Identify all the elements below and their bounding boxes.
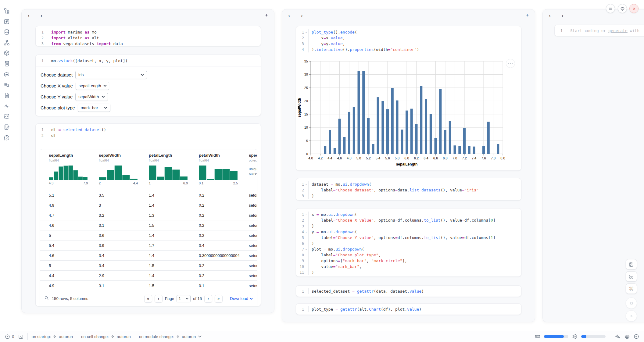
- table-column-header[interactable]: petalWidthfloat640.12.5: [194, 153, 244, 187]
- chevron-down-icon: [198, 336, 202, 338]
- code-editor-widgets[interactable]: 1⌄x = mo.ui.dropdown(2 label="Choose X v…: [296, 208, 521, 277]
- sidebar-panel-database-icon[interactable]: [3, 28, 10, 36]
- code-editor-plottype[interactable]: 1plot_type = getattr(alt.Chart(df), plot…: [296, 304, 521, 315]
- chart-actions-button[interactable]: [506, 59, 515, 68]
- code-line: 3): [296, 223, 521, 229]
- table-cell: 4.6: [44, 253, 94, 258]
- code-editor-vstack[interactable]: 1mo.vstack([dataset, x, y, plot]): [36, 55, 261, 66]
- sidebar-panel-documentation-icon[interactable]: [3, 92, 10, 99]
- column-prev-button[interactable]: ‹: [285, 11, 293, 19]
- sidebar-panel-functions-icon[interactable]: [3, 18, 10, 25]
- errors-indicator[interactable]: 0: [5, 334, 14, 339]
- code-line: 10 value="mark_bar",: [296, 264, 521, 269]
- keyboard-shortcuts-button[interactable]: ⌘: [626, 283, 637, 294]
- settings-button[interactable]: [618, 4, 627, 13]
- code-editor-dataset[interactable]: 1⌄dataset = mo.ui.dropdown(2 label="Choo…: [296, 178, 521, 201]
- dataset-select[interactable]: iris: [75, 71, 147, 79]
- sidebar-panel-help-icon[interactable]: [3, 134, 10, 141]
- svg-text:5.0: 5.0: [356, 156, 361, 160]
- svg-text:30: 30: [304, 73, 308, 76]
- cell-plot-type: 1plot_type = getattr(alt.Chart(df), plot…: [296, 303, 521, 315]
- sidebar-panel-logs-icon[interactable]: [3, 60, 10, 67]
- page-select[interactable]: 1: [177, 295, 191, 302]
- sidebar-panel-package-icon[interactable]: [3, 49, 10, 57]
- fold-chevron-icon[interactable]: ⌄: [304, 31, 308, 34]
- table-cell: 0.2: [194, 213, 244, 218]
- column-next-button[interactable]: ›: [298, 11, 306, 19]
- table-column-header[interactable]: sepalWidthfloat6424.4: [94, 153, 144, 187]
- next-page-button[interactable]: ›: [204, 295, 212, 303]
- sidebar-panel-file-tree-icon[interactable]: [3, 7, 10, 15]
- code-line: 3from vega_datasets import data: [36, 41, 261, 46]
- chart-svg[interactable]: 4.04.24.44.64.85.05.25.45.65.86.06.26.46…: [297, 58, 508, 167]
- table-cell: 3.9: [94, 243, 144, 248]
- runmode-startup[interactable]: on startup:autorun: [32, 334, 73, 339]
- code-editor-empty[interactable]: 1 Start coding or generate with: [555, 25, 644, 36]
- sidebar-panel-tracing-icon[interactable]: [3, 81, 10, 89]
- svg-text:4.2: 4.2: [318, 156, 323, 160]
- table-cell: 3: [94, 203, 144, 208]
- code-editor-selected[interactable]: 1selected_dataset = getattr(data, datase…: [296, 286, 521, 297]
- column-prev-button[interactable]: ‹: [25, 11, 33, 19]
- sidebar-panel-chatbot-icon[interactable]: [3, 71, 10, 78]
- sidebar-panel-activity-icon[interactable]: [3, 102, 10, 110]
- plot-type-select[interactable]: mark_bar: [78, 104, 110, 112]
- run-button[interactable]: [626, 310, 637, 322]
- menu-button[interactable]: [606, 4, 615, 13]
- altair-bar-chart[interactable]: 4.04.24.44.64.85.05.25.45.65.86.06.26.46…: [297, 58, 508, 167]
- table-cell: 0.30000000000000004: [194, 253, 244, 258]
- fold-chevron-icon[interactable]: ⌄: [304, 230, 308, 233]
- layout-button[interactable]: [626, 271, 637, 282]
- x-value-select[interactable]: sepalLength: [76, 82, 109, 90]
- connection-status-icon[interactable]: [634, 334, 639, 339]
- sidebar-panel-snippets-icon[interactable]: [3, 113, 10, 120]
- sidebar-panel-scratchpad-icon[interactable]: [3, 123, 10, 131]
- code-editor-dataframe[interactable]: 1df = selected_dataset()2df: [36, 124, 261, 141]
- table-cell: 1.4: [144, 273, 194, 278]
- column-prev-button[interactable]: ‹: [546, 11, 554, 19]
- column-next-button[interactable]: ›: [38, 11, 45, 19]
- code-line: 2 label="Choose X value", options=df.col…: [296, 217, 521, 223]
- control-row-dataset: Choose datasetiris: [36, 71, 261, 79]
- table-cell: setosa: [244, 203, 257, 208]
- column-histogram: [149, 165, 188, 181]
- close-panel-button[interactable]: [629, 4, 639, 13]
- terminal-button[interactable]: [18, 334, 23, 339]
- code-editor-imports[interactable]: 1import marimo as mo2import altair as al…: [36, 26, 261, 46]
- add-cell-button[interactable]: +: [263, 11, 270, 19]
- table-column-header[interactable]: petalLengthfloat6416.9: [144, 153, 194, 187]
- search-icon[interactable]: [44, 296, 49, 301]
- code-line: 5 label="Choose Y value", options=df.col…: [296, 235, 521, 240]
- runmode-module-change[interactable]: on module change:autorun: [139, 334, 202, 339]
- code-editor-plot[interactable]: 1⌄plot_type().encode(2 x=x.value,3 y=y.v…: [296, 26, 521, 55]
- fold-chevron-icon[interactable]: ⌄: [304, 183, 308, 186]
- table-cell: setosa: [244, 243, 257, 248]
- prev-page-button[interactable]: ‹: [155, 295, 163, 303]
- fold-chevron-icon[interactable]: ⌄: [304, 213, 308, 216]
- add-cell-button[interactable]: +: [523, 11, 531, 19]
- memory-icon: [535, 334, 540, 339]
- fold-chevron-icon[interactable]: ⌄: [304, 248, 308, 251]
- table-cell: 1.4: [144, 233, 194, 238]
- lightning-bolt-icon: [176, 334, 180, 339]
- table-column-header[interactable]: sepalLengthfloat644.37.9: [44, 153, 94, 187]
- column-next-button[interactable]: ›: [559, 11, 567, 19]
- table-row: 53.41.50.2setosa: [40, 260, 257, 270]
- table-column-header[interactable]: speciesobjectunique:nulls:: [244, 153, 257, 187]
- sidebar-panel-dependency-graph-icon[interactable]: [3, 39, 10, 46]
- assistant-robot-icon[interactable]: [624, 334, 630, 340]
- ai-sparkle-icon[interactable]: [615, 334, 621, 340]
- first-page-button[interactable]: «: [144, 295, 152, 303]
- save-button[interactable]: [626, 259, 637, 269]
- table-cell: 4.4: [44, 273, 94, 278]
- table-cell: 5.4: [44, 243, 94, 248]
- last-page-button[interactable]: »: [215, 295, 223, 303]
- download-button[interactable]: Download: [230, 296, 253, 301]
- stop-icon: [629, 301, 634, 306]
- y-value-select[interactable]: sepalWidth: [75, 93, 108, 101]
- svg-text:4.0: 4.0: [308, 156, 313, 160]
- runmode-cell-change[interactable]: on cell change:autorun: [81, 334, 131, 339]
- stop-button[interactable]: [626, 297, 637, 309]
- table-cell: setosa: [244, 253, 257, 258]
- generate-link[interactable]: generate: [608, 28, 628, 33]
